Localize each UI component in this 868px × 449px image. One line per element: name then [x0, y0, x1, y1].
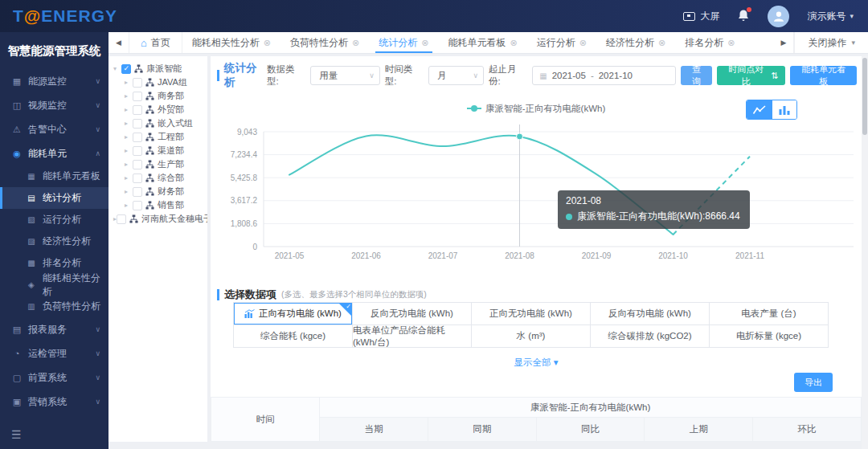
close-icon[interactable]: ⊗ — [264, 38, 271, 48]
svg-text:3,617.2: 3,617.2 — [231, 196, 258, 205]
inspection-icon: ◔ — [11, 349, 23, 358]
tree-checkbox[interactable] — [133, 201, 142, 210]
notification-bell-icon[interactable] — [737, 9, 750, 23]
show-all-link[interactable]: 显示全部 ▾ — [211, 357, 862, 369]
close-icon[interactable]: ⊗ — [579, 38, 587, 48]
tree-checkbox[interactable] — [133, 133, 142, 142]
export-button[interactable]: 导出 — [794, 373, 833, 392]
data-item-unit-product-energy[interactable]: 电表单位产品综合能耗 (kWh/台) — [353, 325, 472, 348]
month-range-picker[interactable]: ▦ 2021-05 - 2021-10 — [532, 66, 676, 85]
range-start-value[interactable]: 2021-05 — [552, 71, 586, 80]
tree-node[interactable]: ▸财务部 — [113, 185, 207, 198]
tree-checkbox[interactable] — [133, 105, 142, 115]
caret-right-icon[interactable]: ▸ — [125, 161, 133, 168]
sidebar-item-correlation-analysis[interactable]: ◈能耗相关性分析 — [0, 274, 108, 296]
caret-right-icon[interactable]: ▸ — [125, 202, 133, 209]
tree-node[interactable]: ▸销售部 — [113, 198, 207, 212]
query-button[interactable]: 查询 — [681, 66, 713, 85]
caret-right-icon[interactable]: ▸ — [125, 133, 133, 141]
avatar[interactable] — [768, 6, 789, 27]
sidebar-item-front-system[interactable]: ▢前置系统∨ — [0, 365, 108, 390]
close-icon[interactable]: ⊗ — [727, 38, 735, 48]
tree-node[interactable]: ▸外贸部 — [113, 103, 207, 116]
caret-right-icon[interactable]: ▸ — [125, 120, 133, 127]
tree-node[interactable]: ▸生产部 — [113, 157, 207, 171]
data-item-water[interactable]: 水 (m³) — [472, 325, 591, 348]
tree-node[interactable]: ▸工程部 — [113, 130, 207, 144]
close-icon[interactable]: ⊗ — [352, 38, 359, 48]
time-compare-button[interactable]: 时间点对比 ⇅ — [717, 66, 785, 85]
tree-checkbox[interactable] — [133, 160, 142, 169]
line-chart-toggle[interactable] — [747, 100, 772, 119]
tree-node[interactable]: ▸综合部 — [113, 171, 207, 185]
tree-node[interactable]: ▸渠道部 — [113, 144, 207, 157]
sidebar-item-energy-unit[interactable]: ◉能耗单元∧ — [0, 141, 108, 165]
tree-checkbox[interactable] — [117, 214, 126, 224]
data-item-reverse-active-energy[interactable]: 反向有功电能 (kWh) — [591, 303, 710, 325]
sidebar-item-operation-analysis[interactable]: ▧运行分析 — [0, 209, 108, 231]
board-icon: ▦ — [26, 172, 37, 181]
tab-ranking-analysis[interactable]: 排名分析⊗ — [675, 32, 744, 53]
tabs-scroll-right[interactable]: ▶ — [773, 32, 794, 53]
caret-right-icon[interactable]: ▸ — [125, 79, 133, 86]
sidebar-item-load-analysis[interactable]: ▥负荷特性分析 — [0, 296, 108, 317]
scrollbar-thumb[interactable] — [862, 58, 867, 135]
caret-right-icon[interactable]: ▸ — [125, 92, 133, 100]
sidebar-item-energy-monitor[interactable]: ▦能源监控∨ — [0, 69, 108, 93]
sidebar-item-economy-analysis[interactable]: ▨经济性分析 — [0, 231, 108, 252]
tree-node[interactable]: ▸嵌入式组 — [113, 116, 207, 130]
tabs-scroll-left[interactable]: ◀ — [108, 32, 129, 53]
energy-board-button[interactable]: 能耗单元看板 — [790, 66, 857, 85]
data-item-reverse-reactive-energy[interactable]: 反向无功电能 (kWh) — [353, 303, 472, 325]
caret-right-icon[interactable]: ▸ — [125, 147, 133, 154]
data-type-select[interactable]: 用量 ∨ — [310, 66, 380, 85]
tree-checkbox[interactable] — [133, 78, 142, 88]
data-item-comprehensive-energy[interactable]: 综合能耗 (kgce) — [234, 325, 353, 348]
sidebar-item-inspection[interactable]: ◔运检管理∨ — [0, 341, 108, 365]
tab-home[interactable]: ⌂ 首页 — [129, 32, 182, 53]
tree-checkbox[interactable] — [133, 92, 142, 101]
caret-right-icon[interactable]: ▸ — [125, 188, 133, 195]
tab-operation-analysis[interactable]: 运行分析⊗ — [527, 32, 596, 53]
data-item-meter-output[interactable]: 电表产量 (台) — [710, 303, 829, 325]
tab-correlation-analysis[interactable]: 能耗相关性分析⊗ — [182, 32, 280, 53]
tree-checkbox[interactable] — [121, 64, 131, 74]
big-screen-button[interactable]: 大屏 — [683, 10, 719, 23]
tab-energy-unit-board[interactable]: 能耗单元看板⊗ — [439, 32, 527, 53]
sidebar-item-statistics[interactable]: ▤统计分析 — [0, 187, 108, 209]
data-item-forward-reactive-energy[interactable]: 正向无功电能 (kWh) — [472, 303, 591, 325]
tab-statistics[interactable]: 统计分析⊗ — [369, 32, 438, 53]
tree-node[interactable]: ▸商务部 — [113, 89, 207, 103]
tab-economy-analysis[interactable]: 经济性分析⊗ — [596, 32, 675, 53]
tab-load-analysis[interactable]: 负荷特性分析⊗ — [280, 32, 369, 53]
sidebar-item-report-service[interactable]: ▤报表服务∨ — [0, 317, 108, 341]
data-item-forward-active-energy[interactable]: 正向有功电能 (kWh) ✓ — [234, 303, 353, 325]
tree-checkbox[interactable] — [133, 119, 142, 129]
close-operations-menu[interactable]: 关闭操作 ▾ — [794, 32, 868, 53]
bar-chart-toggle[interactable] — [772, 100, 796, 119]
time-type-select[interactable]: 月 ∨ — [428, 66, 484, 85]
data-item-standard-coal[interactable]: 电折标量 (kgce) — [710, 325, 829, 348]
caret-down-icon[interactable]: ▾ — [113, 65, 121, 72]
scrollbar[interactable] — [862, 56, 868, 449]
line-chart[interactable]: 01,808.63,617.25,425.87,234.49,0432021-0… — [211, 119, 862, 265]
tree-checkbox[interactable] — [133, 146, 142, 156]
sidebar-item-video-monitor[interactable]: ◫视频监控∨ — [0, 93, 108, 117]
caret-right-icon[interactable]: ▸ — [125, 106, 133, 113]
caret-right-icon[interactable]: ▸ — [125, 174, 133, 182]
tree-node-sibling[interactable]: ▸ 河南航天金穗电子有 — [113, 212, 207, 226]
tree-checkbox[interactable] — [133, 173, 142, 183]
account-menu[interactable]: 演示账号 ▾ — [807, 10, 854, 23]
hamburger-icon[interactable]: ☰ — [11, 428, 22, 441]
tree-node-root[interactable]: ▾ 康派智能 — [113, 62, 207, 76]
range-end-value[interactable]: 2021-10 — [599, 71, 633, 80]
sidebar-item-energy-unit-board[interactable]: ▦能耗单元看板 — [0, 165, 108, 187]
close-icon[interactable]: ⊗ — [510, 38, 518, 48]
close-icon[interactable]: ⊗ — [658, 38, 665, 48]
tree-node[interactable]: ▸JAVA组 — [113, 76, 207, 89]
close-icon[interactable]: ⊗ — [421, 38, 428, 48]
tree-checkbox[interactable] — [133, 187, 142, 197]
sidebar-item-alarm-center[interactable]: ⚠告警中心∨ — [0, 117, 108, 141]
sidebar-item-marketing-system[interactable]: ▣营销系统∨ — [0, 390, 108, 414]
data-item-carbon-emission[interactable]: 综合碳排放 (kgCO2) — [591, 325, 710, 348]
